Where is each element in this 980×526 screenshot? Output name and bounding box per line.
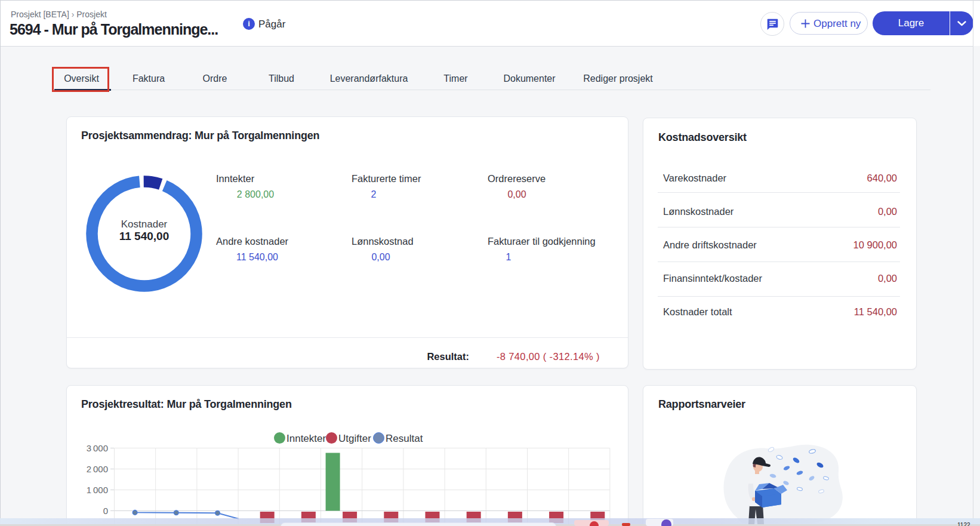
svg-text:2 000: 2 000 <box>87 464 108 474</box>
svg-text:0: 0 <box>103 506 108 516</box>
svg-text:1 000: 1 000 <box>87 485 108 495</box>
svg-text:3 000: 3 000 <box>87 443 108 453</box>
